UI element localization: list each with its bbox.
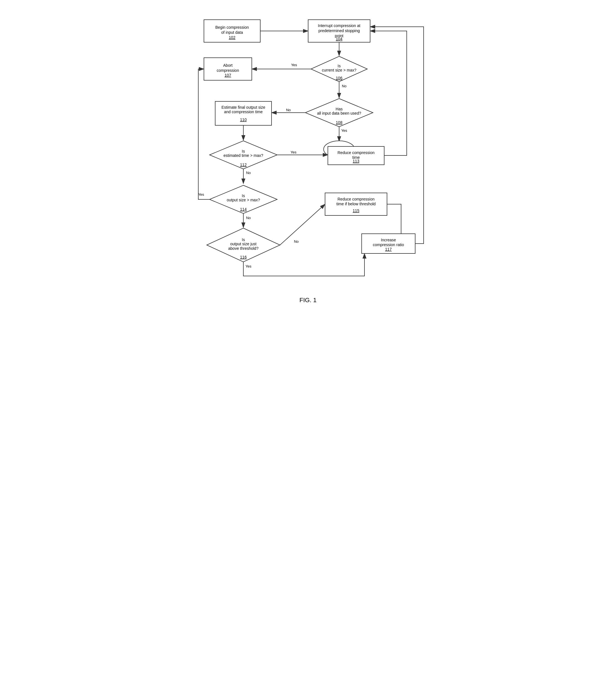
svg-text:above threshold?: above threshold? — [228, 246, 259, 251]
node-106-label: Is — [337, 64, 340, 68]
svg-text:current size > max?: current size > max? — [322, 68, 356, 72]
node-117-label: Increase — [381, 238, 396, 242]
node-112-ref: 112 — [240, 163, 247, 167]
node-116-ref: 116 — [240, 255, 247, 259]
label-114-yes: Yes — [198, 192, 204, 196]
node-114-label: Is — [242, 193, 245, 198]
node-116-label: Is — [242, 237, 245, 242]
node-102-ref: 102 — [229, 35, 235, 40]
node-104-ref: 104 — [336, 36, 342, 41]
label-108-no: No — [286, 108, 291, 112]
node-117-ref: 117 — [385, 247, 392, 251]
node-115-ref: 115 — [353, 208, 360, 213]
node-107-ref: 107 — [224, 73, 231, 77]
label-114-no: No — [246, 216, 251, 220]
node-107-label: Abort — [223, 63, 233, 68]
fig-title: FIG. 1 — [187, 297, 429, 304]
node-113-label: Reduce compression — [337, 150, 375, 155]
svg-text:time if below threshold: time if below threshold — [336, 202, 376, 206]
label-108-yes: Yes — [341, 129, 347, 133]
arrow-113-104 — [370, 31, 407, 155]
svg-text:all input data been used?: all input data been used? — [317, 111, 361, 116]
svg-text:compression ratio: compression ratio — [373, 242, 404, 247]
label-116-yes: Yes — [245, 264, 251, 268]
diagram-container: Begin compression of input data 102 Inte… — [181, 0, 435, 321]
node-106-ref: 106 — [336, 76, 342, 80]
arrow-114-107 — [198, 69, 209, 199]
label-112-no: No — [246, 170, 251, 175]
label-112-yes: Yes — [290, 150, 297, 154]
node-110-label: Estimate final output size — [221, 105, 265, 109]
arrow-116-115 — [280, 204, 325, 245]
node-104-label: Interrupt compression at — [318, 24, 360, 28]
node-115-label: Reduce compression — [337, 197, 375, 201]
node-112-label: Is — [242, 149, 245, 153]
node-108-ref: 108 — [336, 120, 342, 125]
label-116-no: No — [294, 239, 298, 243]
node-110-ref: 110 — [240, 117, 247, 122]
svg-text:output size just: output size just — [230, 242, 256, 246]
label-106-yes: Yes — [291, 63, 297, 67]
svg-text:compression: compression — [217, 68, 239, 73]
node-108-label: Has — [336, 107, 342, 111]
svg-text:of input data: of input data — [221, 30, 243, 35]
svg-text:and compression time: and compression time — [224, 109, 263, 114]
node-114-ref: 114 — [240, 207, 247, 211]
svg-text:output size > max?: output size > max? — [227, 198, 260, 202]
svg-text:predetermined stopping: predetermined stopping — [318, 28, 360, 33]
label-106-no: No — [342, 84, 347, 88]
arrow-116-117 — [243, 253, 365, 276]
node-102-label: Begin compression — [215, 25, 249, 30]
svg-text:estimated time > max?: estimated time > max? — [223, 153, 263, 158]
node-113-ref: 113 — [353, 159, 360, 163]
